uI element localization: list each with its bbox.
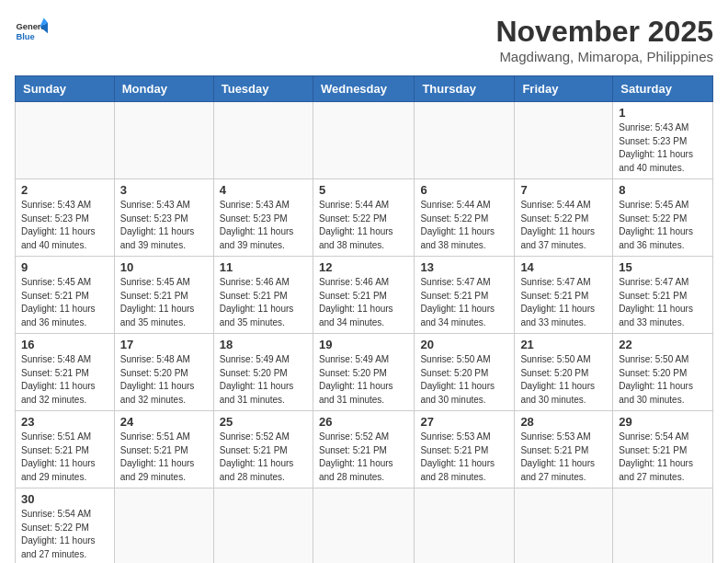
location-title: Magdiwang, Mimaropa, Philippines — [495, 49, 713, 64]
day-number: 28 — [520, 415, 607, 429]
logo-icon: General Blue — [15, 15, 48, 48]
calendar-cell: 9Sunrise: 5:45 AMSunset: 5:21 PMDaylight… — [16, 257, 115, 334]
calendar-cell: 12Sunrise: 5:46 AMSunset: 5:21 PMDayligh… — [313, 257, 414, 334]
day-info: Sunrise: 5:43 AMSunset: 5:23 PMDaylight:… — [619, 121, 707, 175]
calendar-cell: 2Sunrise: 5:43 AMSunset: 5:23 PMDaylight… — [16, 179, 115, 257]
calendar-cell: 8Sunrise: 5:45 AMSunset: 5:22 PMDaylight… — [613, 179, 713, 257]
day-number: 8 — [619, 183, 707, 197]
header-sunday: Sunday — [16, 76, 115, 102]
calendar-cell: 28Sunrise: 5:53 AMSunset: 5:21 PMDayligh… — [515, 411, 613, 488]
calendar-cell: 7Sunrise: 5:44 AMSunset: 5:22 PMDaylight… — [515, 179, 613, 257]
day-number: 17 — [120, 338, 208, 351]
day-info: Sunrise: 5:43 AMSunset: 5:23 PMDaylight:… — [21, 199, 108, 252]
day-number: 3 — [120, 183, 208, 197]
calendar-cell: 4Sunrise: 5:43 AMSunset: 5:23 PMDaylight… — [213, 179, 313, 257]
header-monday: Monday — [114, 76, 213, 102]
day-info: Sunrise: 5:47 AMSunset: 5:21 PMDaylight:… — [420, 276, 508, 329]
calendar-cell — [415, 102, 515, 179]
header-tuesday: Tuesday — [213, 76, 313, 102]
day-info: Sunrise: 5:53 AMSunset: 5:21 PMDaylight:… — [520, 431, 607, 484]
header-friday: Friday — [515, 76, 613, 102]
calendar-cell: 17Sunrise: 5:48 AMSunset: 5:20 PMDayligh… — [114, 334, 213, 411]
day-info: Sunrise: 5:54 AMSunset: 5:22 PMDaylight:… — [21, 508, 108, 561]
day-number: 13 — [420, 260, 508, 274]
day-number: 24 — [120, 415, 208, 429]
page-header: General Blue November 2025 Magdiwang, Mi… — [15, 15, 713, 64]
calendar-cell: 21Sunrise: 5:50 AMSunset: 5:20 PMDayligh… — [515, 334, 613, 411]
header-saturday: Saturday — [613, 76, 713, 102]
calendar-cell: 3Sunrise: 5:43 AMSunset: 5:23 PMDaylight… — [114, 179, 213, 257]
svg-text:Blue: Blue — [16, 32, 34, 41]
day-info: Sunrise: 5:46 AMSunset: 5:21 PMDaylight:… — [220, 276, 307, 329]
calendar-cell: 14Sunrise: 5:47 AMSunset: 5:21 PMDayligh… — [515, 257, 613, 334]
day-number: 20 — [420, 338, 508, 351]
day-number: 6 — [420, 183, 508, 197]
calendar-cell — [213, 102, 313, 179]
calendar-cell — [313, 488, 414, 564]
day-info: Sunrise: 5:45 AMSunset: 5:21 PMDaylight:… — [120, 276, 208, 329]
day-info: Sunrise: 5:46 AMSunset: 5:21 PMDaylight:… — [319, 276, 408, 329]
calendar-cell: 29Sunrise: 5:54 AMSunset: 5:21 PMDayligh… — [613, 411, 713, 488]
calendar-cell: 22Sunrise: 5:50 AMSunset: 5:20 PMDayligh… — [613, 334, 713, 411]
day-number: 18 — [220, 338, 307, 351]
day-info: Sunrise: 5:52 AMSunset: 5:21 PMDaylight:… — [319, 431, 408, 484]
day-number: 2 — [21, 183, 108, 197]
day-info: Sunrise: 5:49 AMSunset: 5:20 PMDaylight:… — [220, 353, 307, 407]
day-number: 27 — [420, 415, 508, 429]
calendar-cell: 11Sunrise: 5:46 AMSunset: 5:21 PMDayligh… — [213, 257, 313, 334]
day-number: 16 — [21, 338, 108, 351]
day-info: Sunrise: 5:44 AMSunset: 5:22 PMDaylight:… — [520, 199, 607, 252]
calendar-cell: 27Sunrise: 5:53 AMSunset: 5:21 PMDayligh… — [415, 411, 515, 488]
calendar-cell — [613, 488, 713, 564]
day-info: Sunrise: 5:48 AMSunset: 5:21 PMDaylight:… — [21, 353, 108, 407]
day-info: Sunrise: 5:47 AMSunset: 5:21 PMDaylight:… — [619, 276, 707, 329]
calendar-cell: 23Sunrise: 5:51 AMSunset: 5:21 PMDayligh… — [16, 411, 115, 488]
calendar-cell: 19Sunrise: 5:49 AMSunset: 5:20 PMDayligh… — [313, 334, 414, 411]
day-info: Sunrise: 5:45 AMSunset: 5:21 PMDaylight:… — [21, 276, 108, 329]
day-info: Sunrise: 5:48 AMSunset: 5:20 PMDaylight:… — [120, 353, 208, 407]
day-number: 26 — [319, 415, 408, 429]
day-info: Sunrise: 5:45 AMSunset: 5:22 PMDaylight:… — [619, 199, 707, 252]
day-number: 22 — [619, 338, 707, 351]
calendar-cell — [515, 102, 613, 179]
calendar-week-5: 30Sunrise: 5:54 AMSunset: 5:22 PMDayligh… — [16, 488, 713, 564]
logo: General Blue — [15, 15, 48, 48]
day-info: Sunrise: 5:43 AMSunset: 5:23 PMDaylight:… — [120, 199, 208, 252]
day-number: 5 — [319, 183, 408, 197]
calendar-cell: 5Sunrise: 5:44 AMSunset: 5:22 PMDaylight… — [313, 179, 414, 257]
day-info: Sunrise: 5:49 AMSunset: 5:20 PMDaylight:… — [319, 353, 408, 407]
day-number: 15 — [619, 260, 707, 274]
calendar-cell — [213, 488, 313, 564]
day-number: 30 — [21, 492, 108, 506]
calendar-cell — [114, 102, 213, 179]
day-number: 7 — [520, 183, 607, 197]
calendar-table: SundayMondayTuesdayWednesdayThursdayFrid… — [15, 75, 713, 563]
day-info: Sunrise: 5:50 AMSunset: 5:20 PMDaylight:… — [520, 353, 607, 407]
calendar-cell — [114, 488, 213, 564]
calendar-cell: 26Sunrise: 5:52 AMSunset: 5:21 PMDayligh… — [313, 411, 414, 488]
calendar-cell: 18Sunrise: 5:49 AMSunset: 5:20 PMDayligh… — [213, 334, 313, 411]
day-number: 19 — [319, 338, 408, 351]
day-number: 10 — [120, 260, 208, 274]
day-number: 1 — [619, 106, 707, 120]
day-info: Sunrise: 5:53 AMSunset: 5:21 PMDaylight:… — [420, 431, 508, 484]
day-info: Sunrise: 5:50 AMSunset: 5:20 PMDaylight:… — [420, 353, 508, 407]
calendar-week-2: 9Sunrise: 5:45 AMSunset: 5:21 PMDaylight… — [16, 257, 713, 334]
day-info: Sunrise: 5:54 AMSunset: 5:21 PMDaylight:… — [619, 431, 707, 484]
day-info: Sunrise: 5:44 AMSunset: 5:22 PMDaylight:… — [420, 199, 508, 252]
header-wednesday: Wednesday — [313, 76, 414, 102]
day-number: 23 — [21, 415, 108, 429]
calendar-cell — [16, 102, 115, 179]
calendar-cell: 24Sunrise: 5:51 AMSunset: 5:21 PMDayligh… — [114, 411, 213, 488]
calendar-header-row: SundayMondayTuesdayWednesdayThursdayFrid… — [16, 76, 713, 102]
day-number: 4 — [220, 183, 307, 197]
calendar-cell: 15Sunrise: 5:47 AMSunset: 5:21 PMDayligh… — [613, 257, 713, 334]
calendar-cell: 13Sunrise: 5:47 AMSunset: 5:21 PMDayligh… — [415, 257, 515, 334]
calendar-cell: 1Sunrise: 5:43 AMSunset: 5:23 PMDaylight… — [613, 102, 713, 179]
day-info: Sunrise: 5:47 AMSunset: 5:21 PMDaylight:… — [520, 276, 607, 329]
calendar-week-1: 2Sunrise: 5:43 AMSunset: 5:23 PMDaylight… — [16, 179, 713, 257]
calendar-week-0: 1Sunrise: 5:43 AMSunset: 5:23 PMDaylight… — [16, 102, 713, 179]
calendar-cell: 25Sunrise: 5:52 AMSunset: 5:21 PMDayligh… — [213, 411, 313, 488]
month-title: November 2025 — [495, 15, 713, 49]
day-number: 14 — [520, 260, 607, 274]
